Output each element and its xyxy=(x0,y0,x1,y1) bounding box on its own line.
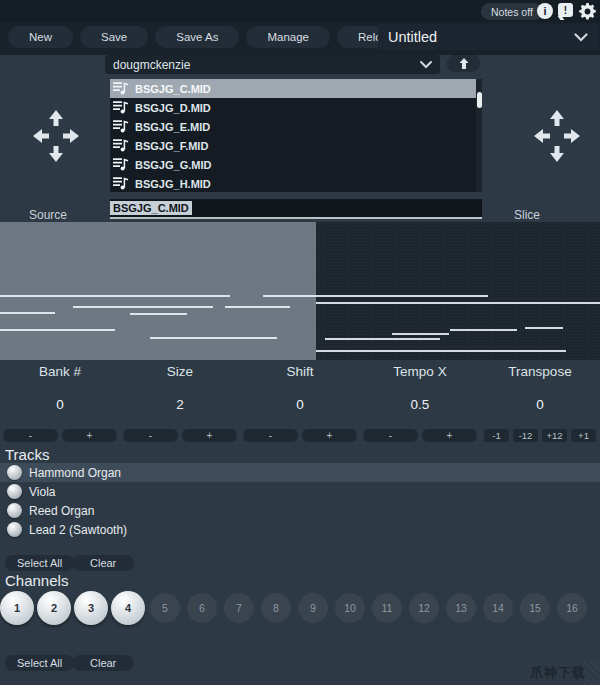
file-name: BSGJG_G.MID xyxy=(135,159,211,171)
file-name: BSGJG_C.MID xyxy=(135,83,211,95)
file-list-item[interactable]: BSGJG_H.MID xyxy=(110,174,482,192)
watermark-stripes xyxy=(584,661,600,685)
param-shift-decrement-button[interactable]: - xyxy=(243,429,298,442)
feedback-bubble-icon[interactable]: ! xyxy=(558,3,573,17)
file-name: BSGJG_H.MID xyxy=(135,178,211,190)
midi-file-icon xyxy=(113,81,129,97)
midi-note-line xyxy=(316,350,566,352)
track-name: Viola xyxy=(29,485,55,499)
source-pad[interactable] xyxy=(26,110,86,166)
channel-10-toggle[interactable]: 10 xyxy=(335,593,365,623)
param-shift-increment-button[interactable]: + xyxy=(302,429,357,442)
midi-note-line xyxy=(73,306,213,308)
channel-14-toggle[interactable]: 14 xyxy=(483,593,513,623)
file-list-item[interactable]: BSGJG_E.MID xyxy=(110,117,482,136)
folder-select[interactable]: dougmckenzie xyxy=(105,55,440,74)
chevron-down-icon xyxy=(420,61,432,69)
midi-note-line xyxy=(316,302,600,304)
midi-file-list[interactable]: BSGJG_C.MIDBSGJG_D.MIDBSGJG_E.MIDBSGJG_F… xyxy=(110,79,482,192)
param-size-decrement-button[interactable]: - xyxy=(123,429,178,442)
topbar-button-new[interactable]: New xyxy=(8,26,73,48)
file-list-item[interactable]: BSGJG_G.MID xyxy=(110,155,482,174)
chevron-down-icon xyxy=(574,33,588,42)
param-transpose-plus12-button[interactable]: +12 xyxy=(542,429,567,442)
track-name: Lead 2 (Sawtooth) xyxy=(29,523,127,537)
file-list-item[interactable]: BSGJG_C.MID xyxy=(110,79,478,98)
midi-note-line xyxy=(525,327,563,329)
channel-6-toggle[interactable]: 6 xyxy=(187,593,217,623)
move-cross-icon xyxy=(534,148,580,165)
track-ball-icon xyxy=(7,465,22,480)
param-bank-increment-button[interactable]: + xyxy=(62,429,117,442)
topbar-button-save-as[interactable]: Save As xyxy=(155,26,239,48)
topbar-button-manage[interactable]: Manage xyxy=(246,26,330,48)
file-list-item[interactable]: BSGJG_F.MID xyxy=(110,136,482,155)
folder-name: dougmckenzie xyxy=(113,58,190,72)
param-tempo-x: Tempo X0.5-+ xyxy=(360,360,480,445)
move-cross-icon xyxy=(33,148,79,165)
file-list-item[interactable]: BSGJG_D.MID xyxy=(110,98,482,117)
param-label: Size xyxy=(120,364,240,379)
folder-up-button[interactable] xyxy=(447,55,480,72)
channel-1-toggle[interactable]: 1 xyxy=(0,591,34,625)
midi-file-icon xyxy=(113,119,129,135)
file-name: BSGJG_D.MID xyxy=(135,102,211,114)
channel-16-toggle[interactable]: 16 xyxy=(557,593,587,623)
channel-11-toggle[interactable]: 11 xyxy=(372,593,402,623)
piano-roll[interactable] xyxy=(0,222,600,360)
param-transpose-plus1-button[interactable]: +1 xyxy=(571,429,596,442)
filename-selected-text: BSGJG_C.MID xyxy=(110,201,192,215)
channel-3-toggle[interactable]: 3 xyxy=(74,591,108,625)
midi-note-line xyxy=(392,333,449,335)
channel-9-toggle[interactable]: 9 xyxy=(298,593,328,623)
param-value: 0 xyxy=(240,397,360,412)
param-label: Shift xyxy=(240,364,360,379)
preset-buttons-row: NewSaveSave AsManageReload xyxy=(8,26,415,48)
info-icon[interactable]: i xyxy=(537,3,553,19)
track-row[interactable]: Reed Organ xyxy=(0,501,600,520)
midi-note-line xyxy=(0,312,55,314)
channel-4-toggle[interactable]: 4 xyxy=(111,591,145,625)
channel-12-toggle[interactable]: 12 xyxy=(409,593,439,623)
file-list-scrollbar[interactable] xyxy=(476,79,482,192)
param-tempo-x-decrement-button[interactable]: - xyxy=(363,429,418,442)
param-transpose-minus1-button[interactable]: -1 xyxy=(484,429,509,442)
gear-icon[interactable] xyxy=(578,2,596,20)
preset-name: Untitled xyxy=(388,29,437,45)
param-buttons: -+ xyxy=(120,429,240,442)
track-ball-icon xyxy=(7,522,22,537)
notes-off-button[interactable]: Notes off xyxy=(481,3,543,20)
source-label: Source xyxy=(13,208,83,222)
piano-roll-source-region[interactable] xyxy=(0,222,316,360)
param-size-increment-button[interactable]: + xyxy=(182,429,237,442)
track-row[interactable]: Hammond Organ xyxy=(0,463,600,482)
param-value: 0 xyxy=(0,397,120,412)
channels-select-all-button[interactable]: Select All xyxy=(5,655,74,671)
scrollbar-thumb[interactable] xyxy=(477,92,482,108)
track-row[interactable]: Lead 2 (Sawtooth) xyxy=(0,520,600,539)
slice-pad[interactable] xyxy=(527,110,587,166)
channel-8-toggle[interactable]: 8 xyxy=(261,593,291,623)
topbar-button-save[interactable]: Save xyxy=(80,26,148,48)
channel-5-toggle[interactable]: 5 xyxy=(150,593,180,623)
tracks-title: Tracks xyxy=(5,446,49,463)
channels-clear-button[interactable]: Clear xyxy=(72,655,134,671)
param-transpose-minus12-button[interactable]: -12 xyxy=(513,429,538,442)
tracks-clear-button[interactable]: Clear xyxy=(72,555,134,571)
track-row[interactable]: Viola xyxy=(0,482,600,501)
param-label: Transpose xyxy=(480,364,600,379)
preset-select[interactable]: Untitled xyxy=(378,24,598,50)
channel-13-toggle[interactable]: 13 xyxy=(446,593,476,623)
track-name: Reed Organ xyxy=(29,504,94,518)
param-bank-decrement-button[interactable]: - xyxy=(3,429,58,442)
channel-7-toggle[interactable]: 7 xyxy=(224,593,254,623)
midi-note-line xyxy=(263,295,488,297)
param-buttons: -1-12+12+1 xyxy=(480,429,600,442)
channel-2-toggle[interactable]: 2 xyxy=(37,591,71,625)
file-name: BSGJG_E.MID xyxy=(135,121,210,133)
tracks-select-all-button[interactable]: Select All xyxy=(5,555,74,571)
filename-input[interactable]: BSGJG_C.MID xyxy=(110,199,482,219)
channel-row: 12345678910111213141516 xyxy=(0,591,600,629)
param-tempo-x-increment-button[interactable]: + xyxy=(422,429,477,442)
channel-15-toggle[interactable]: 15 xyxy=(520,593,550,623)
